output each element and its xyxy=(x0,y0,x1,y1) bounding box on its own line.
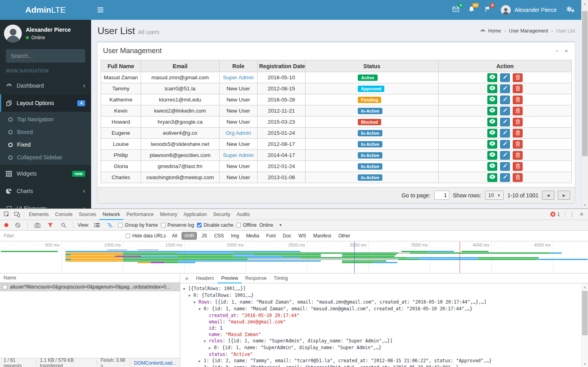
filter-pill-media[interactable]: Media xyxy=(243,232,262,240)
devtools-menu-icon[interactable]: ⋮ xyxy=(567,211,576,217)
preserve-log-checkbox[interactable]: Preserve log xyxy=(161,222,194,228)
delete-button[interactable] xyxy=(513,84,523,93)
edit-button[interactable] xyxy=(500,73,510,82)
page-scrollbar[interactable]: ▲ ▼ xyxy=(581,0,588,208)
edit-button[interactable] xyxy=(500,151,510,160)
edit-button[interactable] xyxy=(500,162,510,171)
json-tree-line[interactable]: ▼[{TotalRows: 1001,…}] xyxy=(183,285,579,292)
detail-tab-response[interactable]: Response xyxy=(242,273,270,283)
sidebar-toggle-button[interactable] xyxy=(91,0,109,20)
user-menu[interactable]: Alexander Pierce xyxy=(495,0,562,20)
group-by-frame-checkbox[interactable]: Group by frame xyxy=(118,222,158,228)
view-button[interactable] xyxy=(487,173,497,182)
detail-tab-headers[interactable]: Headers xyxy=(193,273,218,283)
column-header-status[interactable]: Status xyxy=(305,60,439,72)
hide-data-urls-checkbox[interactable]: Hide data URLs xyxy=(126,233,166,239)
sidebar-item-ui-elements[interactable]: UI Elements ‹ xyxy=(0,200,91,208)
filter-pill-doc[interactable]: Doc xyxy=(280,232,294,240)
delete-button[interactable] xyxy=(513,73,523,82)
devtools-tab-network[interactable]: Network xyxy=(99,209,123,220)
tasks-menu[interactable]: 9 xyxy=(479,0,495,20)
devtools-tab-console[interactable]: Console xyxy=(52,209,76,220)
role-cell[interactable]: Org Admin xyxy=(220,128,258,139)
view-button[interactable] xyxy=(487,118,497,126)
json-tree-line[interactable]: name: "Masud Zaman" xyxy=(183,331,579,338)
next-page-button[interactable]: ▶ xyxy=(558,191,570,200)
rows-per-page-select[interactable]: 10▼ xyxy=(485,191,504,200)
sidebar-item-charts[interactable]: Charts ‹ xyxy=(0,182,91,200)
inspect-element-icon[interactable] xyxy=(2,210,12,219)
view-button[interactable] xyxy=(487,73,497,82)
sidebar-item-widgets[interactable]: Widgets new xyxy=(0,165,91,182)
screenshot-icon[interactable] xyxy=(32,220,42,230)
error-count-badge[interactable]: ✕1 xyxy=(548,212,562,217)
delete-button[interactable] xyxy=(513,173,523,182)
json-tree-line[interactable]: ▼0: {id: 1, name: "Masud Zaman", email: … xyxy=(183,306,579,312)
search-input[interactable] xyxy=(6,49,85,63)
view-button[interactable] xyxy=(487,140,497,149)
filter-pill-ws[interactable]: WS xyxy=(296,232,309,240)
detail-tab-timing[interactable]: Timing xyxy=(270,273,292,283)
devtools-tab-elements[interactable]: Elements xyxy=(26,209,52,220)
brand-logo[interactable]: AdminLTE xyxy=(0,0,91,20)
delete-button[interactable] xyxy=(513,151,523,160)
delete-button[interactable] xyxy=(513,96,523,104)
preview-json-tree[interactable]: ▼[{TotalRows: 1001,…}]▼0: {TotalRows: 10… xyxy=(180,283,588,367)
clear-icon[interactable] xyxy=(13,220,23,230)
role-cell[interactable]: Super Admin xyxy=(220,150,258,161)
tree-arrow-expanded-icon[interactable]: ▼ xyxy=(188,292,193,299)
list-view-icon[interactable] xyxy=(92,220,102,230)
dom-content-loaded-time[interactable]: DOMContentLoad... xyxy=(134,360,176,366)
view-button[interactable] xyxy=(487,84,497,93)
sidebar-subitem-top-navigation[interactable]: Top Navigation xyxy=(0,113,91,126)
json-tree-line[interactable]: id: 1 xyxy=(183,325,579,331)
filter-pill-js[interactable]: JS xyxy=(199,232,210,240)
filter-pill-manifest[interactable]: Manifest xyxy=(311,232,334,240)
edit-button[interactable] xyxy=(500,140,510,149)
view-button[interactable] xyxy=(487,96,497,104)
tree-arrow-expanded-icon[interactable]: ▼ xyxy=(183,286,188,292)
scrollbar-thumb[interactable] xyxy=(582,291,588,335)
json-tree-line[interactable]: ▶0: {id: 1, name: "SuperAdmin", display_… xyxy=(183,344,579,351)
prev-page-button[interactable]: ◀ xyxy=(542,191,554,200)
devtools-tab-security[interactable]: Security xyxy=(210,209,233,220)
json-tree-line[interactable]: created_at: "2016-05-10 20:17:44" xyxy=(183,312,579,319)
tree-arrow-collapsed-icon[interactable]: ▶ xyxy=(199,365,204,367)
device-toolbar-icon[interactable] xyxy=(12,210,22,219)
close-detail-icon[interactable]: × xyxy=(182,275,192,282)
view-button[interactable] xyxy=(487,129,497,138)
sidebar-subitem-fixed[interactable]: Fixed xyxy=(0,138,91,151)
tree-arrow-expanded-icon[interactable]: ▼ xyxy=(193,299,199,306)
filter-pill-all[interactable]: All xyxy=(169,232,180,240)
throttling-select[interactable]: Online▼ xyxy=(260,222,283,228)
breadcrumb-user-management[interactable]: User Management xyxy=(509,28,548,34)
devtools-tab-performance[interactable]: Performance xyxy=(123,209,157,220)
close-icon[interactable]: × xyxy=(565,48,568,54)
devtools-close-icon[interactable]: × xyxy=(577,211,586,218)
filter-input[interactable] xyxy=(4,233,122,239)
page-number-input[interactable] xyxy=(434,191,449,200)
json-tree-line[interactable]: ▼0: {TotalRows: 1001,…} xyxy=(183,292,579,299)
devtools-tab-memory[interactable]: Memory xyxy=(157,209,180,220)
json-tree-line[interactable]: ▼Rows: [{id: 1, name: "Masud Zaman", ema… xyxy=(183,299,579,306)
tree-arrow-expanded-icon[interactable]: ▼ xyxy=(199,306,204,312)
devtools-tab-audits[interactable]: Audits xyxy=(233,209,253,220)
scroll-up-icon[interactable]: ▲ xyxy=(582,1,588,6)
tree-arrow-expanded-icon[interactable]: ▼ xyxy=(204,338,209,344)
notifications-menu[interactable]: 10 xyxy=(464,0,479,20)
minimize-icon[interactable]: − xyxy=(556,48,559,54)
devtools-tab-sources[interactable]: Sources xyxy=(76,209,99,220)
waterfall-view-icon[interactable] xyxy=(105,220,115,230)
offline-checkbox[interactable]: Offline xyxy=(236,222,256,228)
column-header-action[interactable]: Action xyxy=(439,60,572,72)
network-overview-timeline[interactable]: 500 ms1000 ms1500 ms2000 ms2500 ms3000 m… xyxy=(0,241,588,273)
sidebar-user-status[interactable]: Online xyxy=(26,35,71,40)
edit-button[interactable] xyxy=(500,129,510,138)
column-header-registration-date[interactable]: Registration Date xyxy=(258,60,305,72)
view-button[interactable] xyxy=(487,162,497,171)
scrollbar-thumb[interactable] xyxy=(582,11,588,156)
json-tree-line[interactable]: status: "Active" xyxy=(183,351,579,357)
filter-pill-other[interactable]: Other xyxy=(336,232,353,240)
devtools-tab-application[interactable]: Application xyxy=(180,209,210,220)
settings-button[interactable] xyxy=(562,0,578,20)
